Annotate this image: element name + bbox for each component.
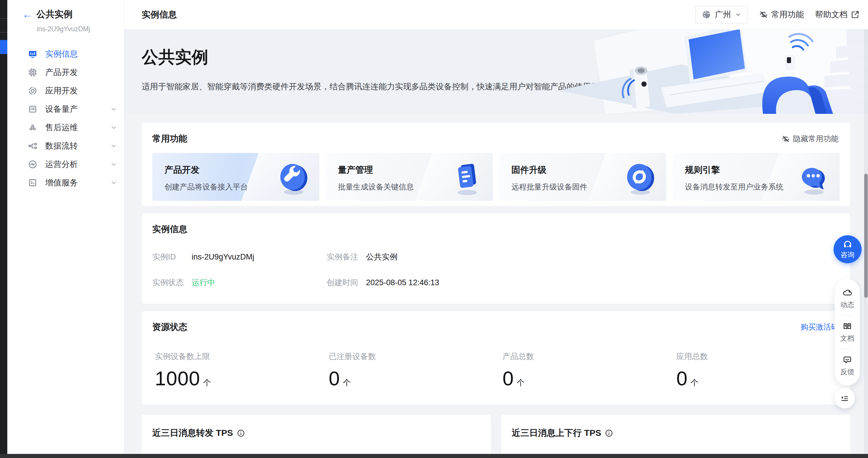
quick-tile-refresh[interactable]: 固件升级远程批量升级设备固件 — [499, 153, 666, 201]
rail-item-book[interactable]: 文档 — [840, 319, 854, 345]
stat-value: 1000个 — [155, 367, 329, 390]
stat-实例设备数上限: 实例设备数上限1000个 — [155, 351, 329, 390]
quick-functions-card: 常用功能 隐藏常用功能 产品开发创建产品将设备接入平台量产管理批量生成设备关键信… — [142, 123, 850, 206]
sidebar-item-ops[interactable]: 售后运维 — [7, 118, 124, 137]
common-functions-label: 常用功能 — [771, 9, 804, 20]
vas-icon — [28, 178, 38, 188]
stat-unit: 个 — [691, 378, 699, 387]
field-value: 2025-08-05 12:46:13 — [366, 278, 439, 287]
sidebar-item-label: 增值服务 — [45, 177, 110, 188]
sidebar-item-label: 产品开发 — [45, 67, 118, 78]
info-icon[interactable] — [604, 429, 613, 437]
common-functions-button[interactable]: 常用功能 — [759, 9, 804, 20]
collapsed-nav-rail[interactable] — [0, 0, 7, 458]
quick-tile-document[interactable]: 量产管理批量生成设备关键信息 — [326, 153, 493, 201]
rail-active-indicator — [0, 40, 7, 54]
rail-item-comment[interactable]: 反馈 — [840, 353, 854, 379]
sidebar-item-label: 售后运维 — [45, 122, 110, 133]
sidebar-item-doc[interactable]: 设备量产 — [7, 100, 124, 118]
field-label: 实例备注 — [327, 252, 366, 262]
chevron-down-icon — [735, 11, 742, 18]
hero-banner: 公共实例 适用于智能家居、智能穿戴等消费类硬件开发场景，结合腾讯连连能力实现多品… — [124, 29, 868, 114]
chat-3d-icon — [793, 156, 833, 197]
sidebar-item-target[interactable]: 应用开发 — [7, 81, 124, 100]
quick-tile-chat[interactable]: 规则引擎设备消息转发至用户业务系统 — [673, 153, 840, 201]
sidebar-item-pulse[interactable]: 运营分析 — [7, 155, 124, 173]
chart-title: 近三日消息转发 TPS — [152, 427, 233, 439]
rail-item-label: 动态 — [840, 300, 854, 309]
status-badge: 运行中 — [192, 277, 215, 288]
hide-quick-functions-label: 隐藏常用功能 — [793, 134, 839, 144]
topbar: 实例信息 广州 常用功能 帮助文档 — [124, 0, 868, 29]
wrench-3d-icon — [272, 156, 313, 197]
external-link-icon — [850, 10, 860, 19]
headset-icon — [842, 239, 853, 250]
rail-item-label: 文档 — [840, 334, 854, 343]
eye-off-icon — [781, 135, 790, 143]
pulse-icon — [28, 160, 38, 169]
region-label: 广州 — [715, 9, 731, 20]
consult-label: 咨询 — [841, 250, 855, 259]
page-title: 实例信息 — [142, 0, 177, 29]
info-field: 创建时间2025-08-05 12:46:13 — [327, 277, 840, 288]
rail-collapse-button[interactable] — [834, 388, 855, 408]
page-scrollbar[interactable] — [864, 29, 868, 454]
refresh-3d-icon — [619, 156, 660, 197]
flow-icon — [28, 141, 38, 151]
chart-card: 近三日消息上下行 TPS — [501, 415, 850, 458]
rail-item-cloud-bell[interactable]: 动态 — [840, 285, 854, 312]
target-icon — [28, 86, 38, 96]
chart-row: 近三日消息转发 TPS近三日消息上下行 TPS — [142, 415, 850, 458]
info-field: 实例状态运行中 — [152, 277, 327, 288]
stat-已注册设备数: 已注册设备数0个 — [329, 351, 502, 390]
instance-info-card: 实例信息 实例IDins-2U9gYvuzDMj实例备注公共实例实例状态运行中创… — [142, 213, 850, 304]
stat-value: 0个 — [502, 367, 676, 390]
sidebar-menu: 实例信息产品开发应用开发设备量产售后运维数据流转运营分析增值服务 — [7, 45, 124, 192]
buy-activation-code-link[interactable]: 购买激活码 — [801, 322, 839, 332]
stat-产品总数: 产品总数0个 — [502, 351, 676, 390]
resource-status-card: 资源状态 购买激活码 实例设备数上限1000个已注册设备数0个产品总数0个应用总… — [142, 311, 850, 405]
comment-icon — [842, 355, 852, 365]
info-icon[interactable] — [237, 429, 245, 437]
stat-应用总数: 应用总数0个 — [676, 351, 850, 390]
document-3d-icon — [446, 156, 487, 197]
chip-icon — [28, 67, 38, 77]
help-doc-label: 帮助文档 — [815, 9, 847, 20]
field-label: 实例ID — [152, 252, 192, 262]
quick-tile-wrench[interactable]: 产品开发创建产品将设备接入平台 — [152, 153, 319, 201]
hide-quick-functions-button[interactable]: 隐藏常用功能 — [781, 134, 839, 144]
quick-function-tiles: 产品开发创建产品将设备接入平台量产管理批量生成设备关键信息固件升级远程批量升级设… — [152, 153, 840, 201]
scrollbar-thumb[interactable] — [864, 174, 868, 298]
bottom-window-edge — [0, 454, 868, 458]
consult-button[interactable]: 咨询 — [834, 235, 862, 263]
resource-stats: 实例设备数上限1000个已注册设备数0个产品总数0个应用总数0个 — [155, 351, 850, 390]
sidebar-instance-id: ins-2U9gYvuzDMj — [37, 25, 124, 33]
stat-label: 已注册设备数 — [329, 351, 502, 362]
stat-value: 0个 — [676, 367, 850, 390]
stat-unit: 个 — [203, 378, 211, 387]
sidebar-item-label: 运营分析 — [45, 159, 110, 170]
chevron-down-icon — [110, 161, 118, 168]
sidebar-item-vas[interactable]: 增值服务 — [7, 173, 124, 192]
book-icon — [842, 321, 852, 331]
rail-item-label: 反馈 — [840, 367, 854, 377]
field-label: 实例状态 — [152, 277, 192, 288]
help-doc-link[interactable]: 帮助文档 — [815, 9, 860, 20]
sidebar-instance-title: 公共实例 — [36, 8, 73, 21]
stat-label: 应用总数 — [676, 351, 850, 362]
ops-icon — [28, 123, 38, 133]
sidebar-item-flow[interactable]: 数据流转 — [7, 137, 124, 155]
sidebar-item-chip[interactable]: 产品开发 — [7, 63, 124, 81]
rail-divider — [841, 349, 853, 349]
hero-title: 公共实例 — [142, 46, 208, 68]
stat-label: 实例设备数上限 — [155, 351, 329, 362]
stat-unit: 个 — [343, 378, 351, 387]
sidebar-item-label: 数据流转 — [45, 140, 110, 151]
stat-unit: 个 — [517, 378, 525, 387]
instance-info-fields: 实例IDins-2U9gYvuzDMj实例备注公共实例实例状态运行中创建时间20… — [152, 252, 840, 288]
region-selector[interactable]: 广州 — [695, 6, 748, 23]
monitor-icon — [28, 49, 38, 59]
sidebar-item-monitor[interactable]: 实例信息 — [7, 45, 124, 63]
back-icon[interactable]: ← — [23, 9, 32, 19]
indent-list-icon — [840, 394, 849, 403]
